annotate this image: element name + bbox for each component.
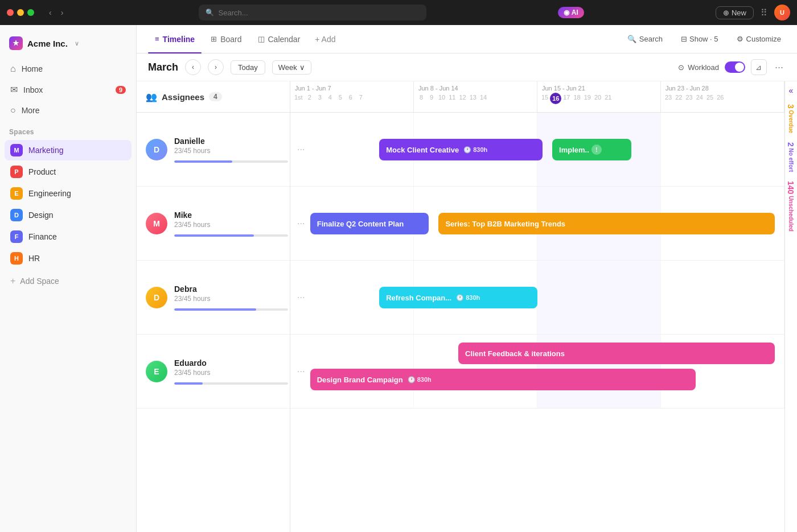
user-avatar[interactable]: U — [774, 5, 790, 20]
task-client-feedback[interactable]: Client Feedback & iterations — [458, 343, 775, 364]
tab-calendar[interactable]: ◫ Calendar — [251, 30, 307, 48]
global-search-input[interactable] — [219, 9, 420, 17]
brand[interactable]: Acme Inc. ∨ — [0, 32, 136, 59]
timeline-right-controls: ⊙ Workload ⊿ ··· — [678, 59, 786, 75]
sidebar-item-marketing[interactable]: M Marketing — [5, 140, 132, 160]
gantt-week-col-2-4 — [661, 261, 784, 334]
avatar-debra: D — [146, 287, 167, 308]
task-hours-mock-client: 🕐 830h — [463, 146, 487, 154]
prev-month-button[interactable]: ‹ — [185, 59, 201, 75]
week-label-2: Jun 8 - Jun 14 — [414, 81, 537, 93]
minimize-button[interactable] — [17, 9, 24, 16]
sidebar-item-engineering[interactable]: E Engineering — [5, 183, 132, 204]
timeline-body: 👥 Assignees 4 D Danielle 23/45 hours — [137, 81, 797, 532]
close-button[interactable] — [7, 9, 14, 16]
day-9: 9 — [426, 93, 437, 102]
space-label-design: Design — [28, 211, 54, 220]
add-tab-button[interactable]: + Add — [309, 31, 341, 47]
day-6: 6 — [346, 93, 356, 102]
task-mock-client-creative[interactable]: Mock Client Creative 🕐 830h — [379, 139, 542, 160]
day-25: 25 — [705, 93, 715, 102]
filter-button[interactable]: ⊿ — [751, 59, 767, 75]
task-refresh-company[interactable]: Refresh Compan... 🕐 830h — [379, 287, 537, 308]
task-design-brand[interactable]: Design Brand Campaign 🕐 830h — [310, 369, 696, 390]
day-23: 23 — [663, 93, 673, 102]
maximize-button[interactable] — [27, 9, 34, 16]
assignee-info-mike: Mike 23/45 hours — [174, 211, 288, 237]
unscheduled-label[interactable]: 140 Unscheduled — [785, 176, 797, 236]
today-button[interactable]: Today — [231, 60, 265, 75]
avatar-eduardo: E — [146, 361, 167, 382]
ai-button[interactable]: ◉ AI — [558, 7, 584, 18]
customize-button[interactable]: ⚙ Customize — [732, 32, 786, 46]
assignee-hours-debra: 23/45 hours — [174, 295, 288, 303]
grid-icon[interactable]: ⠿ — [761, 7, 767, 18]
nav-item-home[interactable]: ⌂ Home — [5, 59, 132, 79]
nav-item-more[interactable]: ○ More — [5, 101, 132, 120]
board-icon: ⊞ — [211, 35, 217, 43]
progress-fill-danielle — [174, 160, 232, 163]
assignee-name-mike: Mike — [174, 211, 288, 220]
task-label-refresh: Refresh Compan... — [386, 294, 451, 302]
day-1st: 1st — [293, 93, 305, 102]
space-dot-design: D — [10, 209, 23, 221]
task-implement[interactable]: Implem.. ! — [552, 139, 631, 160]
gantt-row-2: Refresh Compan... 🕐 830h — [290, 261, 784, 335]
week-selector[interactable]: Week ∨ — [272, 60, 311, 75]
home-icon: ⌂ — [10, 64, 16, 74]
content-area: ≡ Timeline ⊞ Board ◫ Calendar + Add 🔍 — [137, 25, 797, 532]
global-search-bar[interactable]: 🔍 — [199, 5, 426, 20]
month-title: March — [148, 61, 178, 73]
nav-label-inbox: Inbox — [23, 85, 43, 94]
task-label-mock-client: Mock Client Creative — [386, 146, 459, 154]
no-effort-count: 2 — [786, 142, 795, 147]
days-row-3: 15 16 17 18 19 20 21 — [537, 93, 660, 104]
progress-bar-eduardo — [174, 382, 288, 385]
space-label-marketing: Marketing — [28, 146, 63, 155]
back-button[interactable]: ‹ — [46, 7, 55, 18]
sidebar-item-hr[interactable]: H HR — [5, 248, 132, 269]
week-group-2: Jun 8 - Jun 14 8 9 10 11 12 13 14 — [414, 81, 537, 112]
no-effort-label[interactable]: 2 No effort — [785, 138, 797, 176]
nav-arrows: ‹ › — [46, 7, 67, 18]
assignee-name-debra: Debra — [174, 284, 288, 294]
gantt-week-col-0-4 — [661, 113, 784, 186]
progress-fill-debra — [174, 308, 256, 311]
tab-bar-right: 🔍 Search ⊟ Show · 5 ⚙ Customize — [623, 32, 786, 46]
brand-icon — [9, 36, 23, 50]
tab-label-board: Board — [220, 35, 241, 44]
add-space-button[interactable]: + Add Space — [0, 271, 136, 291]
more-options-button[interactable]: ··· — [773, 61, 786, 73]
workload-toggle[interactable] — [725, 61, 745, 73]
week-label-1: Jun 1 - Jun 7 — [290, 81, 413, 93]
ai-icon: ◉ — [564, 9, 569, 17]
overdue-label[interactable]: 3 Overdue — [785, 100, 797, 138]
collapse-button[interactable]: « — [785, 81, 797, 100]
search-toolbar-button[interactable]: 🔍 Search — [623, 32, 667, 46]
task-finalize-q2[interactable]: Finalize Q2 Content Plan — [310, 213, 429, 234]
sidebar-item-product[interactable]: P Product — [5, 162, 132, 182]
timeline-header: March ‹ › Today Week ∨ ⊙ Workload ⊿ — [137, 53, 797, 81]
space-dot-hr: H — [10, 252, 23, 265]
task-label-series-b2b: Series: Top B2B Marketing Trends — [445, 220, 565, 228]
sidebar-item-design[interactable]: D Design — [5, 205, 132, 225]
next-month-button[interactable]: › — [208, 59, 224, 75]
toggle-knob — [735, 63, 744, 72]
search-toolbar-label: Search — [639, 35, 663, 43]
day-20: 20 — [593, 93, 603, 104]
nav-item-inbox[interactable]: ✉ Inbox 9 — [5, 80, 132, 100]
show-filter-button[interactable]: ⊟ Show · 5 — [676, 32, 723, 46]
gantt-row-0: Mock Client Creative 🕐 830h Implem.. ! — [290, 113, 784, 187]
workload-button[interactable]: ⊙ Workload — [678, 63, 719, 72]
space-dot-engineering: E — [10, 187, 23, 200]
day-12: 12 — [458, 93, 468, 102]
task-series-b2b[interactable]: Series: Top B2B Marketing Trends — [438, 213, 774, 234]
day-15: 15 — [540, 93, 550, 104]
space-label-finance: Finance — [28, 232, 57, 241]
calendar-dates: Jun 1 - Jun 7 1st 2 3 4 5 6 7 — [290, 81, 784, 113]
forward-button[interactable]: › — [57, 7, 67, 18]
sidebar-item-finance[interactable]: F Finance — [5, 226, 132, 247]
new-button[interactable]: ⊕ New — [716, 6, 754, 19]
tab-timeline[interactable]: ≡ Timeline — [148, 30, 202, 48]
tab-board[interactable]: ⊞ Board — [204, 30, 248, 48]
